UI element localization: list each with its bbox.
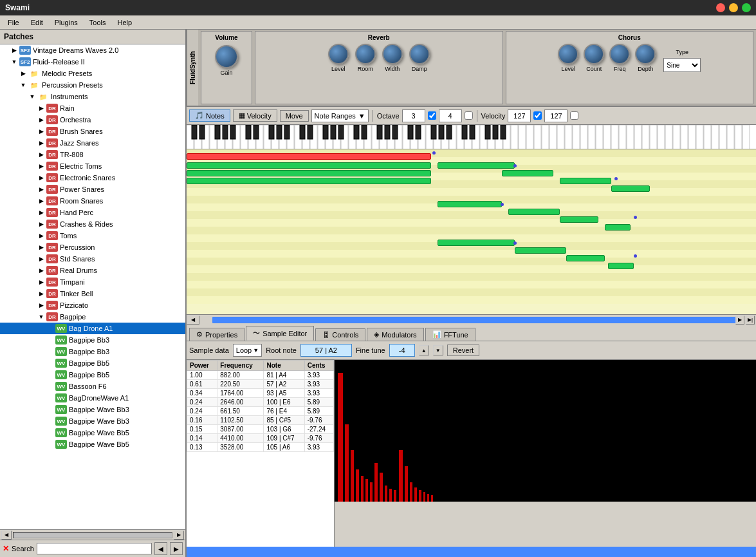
note-check[interactable]	[428, 111, 436, 120]
expand-real[interactable]: ▶	[37, 267, 45, 274]
tree-item-timpani[interactable]: ▶ DR Timpani	[0, 276, 185, 288]
tree-item-std-snares[interactable]: ▶ DR Std Snares	[0, 253, 185, 265]
note-bar-r6[interactable]	[508, 209, 560, 215]
note-bar-r4[interactable]	[611, 185, 650, 192]
tree-item-bagpipe-bb5-2[interactable]: WV Bagpipe Bb5	[0, 369, 185, 381]
tree-item-bagpipe-bb5-1[interactable]: WV Bagpipe Bb5	[0, 357, 185, 369]
menu-edit[interactable]: Edit	[26, 17, 48, 28]
note-bar-green-2[interactable]	[187, 170, 431, 176]
tree-item-bagdrone-wave[interactable]: WV BagDroneWave A1	[0, 392, 185, 404]
tree-item-bagpipe[interactable]: ▼ DR Bagpipe	[0, 311, 185, 323]
tree-item-brush-snares[interactable]: ▶ DR Brush Snares	[0, 126, 185, 137]
tree-item-bagpipe-wave-bb3-2[interactable]: WV Bagpipe Wave Bb3	[0, 415, 185, 427]
expand-bagpipe[interactable]: ▼	[37, 313, 45, 321]
tree-item-toms[interactable]: ▶ DR Toms	[0, 230, 185, 241]
loop-dropdown[interactable]: Loop ▼	[233, 344, 262, 357]
velocity-button[interactable]: ▦ Velocity	[233, 109, 277, 122]
note-grid[interactable]	[187, 149, 756, 314]
note-bar-r10[interactable]	[515, 247, 566, 254]
velocity-check[interactable]	[533, 111, 542, 120]
expand-timpani[interactable]: ▶	[37, 278, 45, 286]
fine-tune-down[interactable]: ▼	[433, 345, 443, 355]
expand-orchestra[interactable]: ▶	[37, 116, 45, 124]
count-knob[interactable]	[584, 44, 604, 64]
tree-item-bagpipe-bb3-1[interactable]: WV Bagpipe Bb3	[0, 334, 185, 346]
tree-item-jazz-snares[interactable]: ▶ DR Jazz Snares	[0, 137, 185, 149]
table-row[interactable]: 0.133528.00105 | A63.93	[187, 443, 334, 452]
tree-item-percussion[interactable]: ▼ 📁 Percussion Presets	[0, 79, 185, 91]
expand-rain[interactable]: ▶	[37, 104, 45, 112]
tree-item-electric-toms[interactable]: ▶ DR Electric Toms	[0, 160, 185, 172]
table-row[interactable]: 0.24661.5076 | E45.89	[187, 407, 334, 416]
note-bar-r12[interactable]	[608, 263, 634, 269]
note-ranges-dropdown[interactable]: Note Ranges ▼	[311, 109, 369, 122]
expand-instruments[interactable]: ▼	[28, 93, 36, 100]
expand-melodic[interactable]: ▶	[19, 70, 27, 77]
tab-modulators[interactable]: ◈ Modulators	[367, 328, 423, 341]
tree-item-bassoon-f6[interactable]: WV Bassoon F6	[0, 381, 185, 392]
tree-item-power-snares[interactable]: ▶ DR Power Snares	[0, 184, 185, 195]
note-bar-r2[interactable]	[502, 170, 553, 176]
damp-knob[interactable]	[409, 44, 430, 64]
left-scroll-right[interactable]: ▶	[174, 531, 184, 540]
tree-item-bag-drone-a1[interactable]: WV Bag Drone A1	[0, 323, 185, 334]
menu-help[interactable]: Help	[112, 17, 137, 28]
tree-item-orchestra[interactable]: ▶ DR Orchestra	[0, 114, 185, 126]
table-row[interactable]: 0.161102.5085 | C#5-9.76	[187, 416, 334, 425]
roll-scroll-left[interactable]: ◀	[187, 316, 199, 325]
level-knob[interactable]	[328, 44, 349, 64]
menu-file[interactable]: File	[3, 17, 24, 28]
tree-item-bagpipe-bb3-2[interactable]: WV Bagpipe Bb3	[0, 346, 185, 357]
move-button[interactable]: Move	[280, 110, 309, 122]
width-knob[interactable]	[382, 44, 403, 64]
expand-pizzicato[interactable]: ▶	[37, 301, 45, 309]
room-knob[interactable]	[355, 44, 376, 64]
note-bar-r5[interactable]	[438, 201, 502, 207]
tree-item-rain[interactable]: ▶ DR Rain	[0, 102, 185, 114]
search-next-button[interactable]: ▶	[170, 542, 183, 555]
table-row[interactable]: 0.153087.00103 | G6-27.24	[187, 425, 334, 434]
type-select[interactable]: Sine Triangle	[663, 58, 701, 72]
note-bar-r7[interactable]	[560, 216, 598, 223]
expand-toms[interactable]: ▶	[37, 232, 45, 240]
expand-power[interactable]: ▶	[37, 185, 45, 193]
note-bar-r3[interactable]	[560, 178, 611, 184]
tab-sample-editor[interactable]: 〜 Sample Editor	[246, 326, 314, 341]
left-scroll-track[interactable]	[13, 532, 172, 538]
gain-knob[interactable]	[215, 45, 238, 68]
note-bar-red-1[interactable]	[187, 153, 431, 160]
clear-search-button[interactable]: ✕	[3, 544, 9, 553]
note-input[interactable]	[439, 109, 462, 122]
expand-electric[interactable]: ▶	[37, 162, 45, 170]
velocity-input[interactable]	[508, 109, 531, 122]
note-bar-r1[interactable]	[438, 162, 515, 169]
octave-input[interactable]	[402, 109, 425, 122]
search-input[interactable]	[37, 543, 152, 554]
close-button[interactable]	[716, 3, 725, 12]
expand-vdw[interactable]: ▶	[10, 46, 18, 54]
note-bar-green-1[interactable]	[187, 162, 431, 169]
tree-item-bagpipe-wave-bb5-2[interactable]: WV Bagpipe Wave Bb5	[0, 439, 185, 450]
velocity-check2[interactable]	[570, 111, 578, 120]
expand-hand[interactable]: ▶	[37, 209, 45, 216]
table-row[interactable]: 0.341764.0093 | A53.93	[187, 389, 334, 398]
tree-item-room-snares[interactable]: ▶ DR Room Snares	[0, 195, 185, 207]
maximize-button[interactable]	[742, 3, 751, 12]
tree-item-vdw[interactable]: ▶ SF2 Vintage Dreams Waves 2.0	[0, 44, 185, 56]
tree-item-real-drums[interactable]: ▶ DR Real Drums	[0, 265, 185, 276]
expand-std[interactable]: ▶	[37, 255, 45, 263]
tree-item-fluid[interactable]: ▼ SF2 Fluid--Release II	[0, 56, 185, 68]
note-check2[interactable]	[465, 111, 473, 120]
tree-item-melodic[interactable]: ▶ 📁 Melodic Presets	[0, 68, 185, 79]
expand-room[interactable]: ▶	[37, 197, 45, 205]
expand-jazz[interactable]: ▶	[37, 139, 45, 147]
table-row[interactable]: 1.00882.0081 | A43.93	[187, 371, 334, 380]
tab-fftune[interactable]: 📊 FFTune	[425, 328, 475, 341]
expand-percussion[interactable]: ▼	[19, 81, 27, 89]
note-bar-r11[interactable]	[566, 255, 605, 261]
menu-plugins[interactable]: Plugins	[50, 17, 83, 28]
table-row[interactable]: 0.242646.00100 | E65.89	[187, 398, 334, 407]
expand-brush[interactable]: ▶	[37, 127, 45, 135]
tree-item-tinker[interactable]: ▶ DR Tinker Bell	[0, 288, 185, 299]
revert-button[interactable]: Revert	[447, 345, 479, 356]
